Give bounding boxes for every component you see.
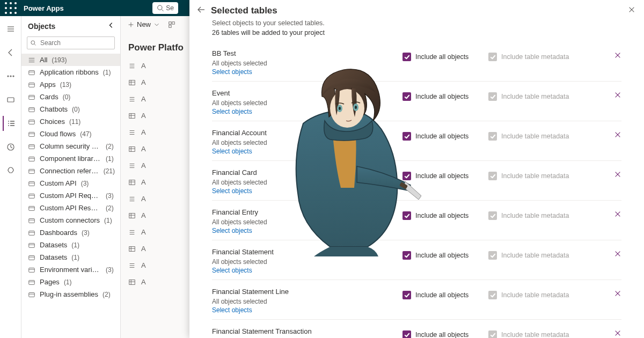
- svg-point-6: [5, 12, 7, 14]
- include-label: Include all objects: [415, 252, 469, 259]
- svg-rect-34: [29, 95, 35, 99]
- sidebar-item[interactable]: Pages(1): [21, 276, 120, 288]
- svg-rect-54: [29, 218, 35, 223]
- collapse-icon[interactable]: [107, 21, 115, 31]
- svg-rect-71: [172, 21, 174, 24]
- metadata-checkbox[interactable]: [488, 211, 497, 220]
- table-selected-text: All objects selected: [212, 258, 402, 266]
- sidebar-item[interactable]: Datasets(1): [21, 239, 120, 251]
- sidebar-item[interactable]: Connection referen...(21): [21, 165, 120, 177]
- sidebar-item[interactable]: Custom API Respons...(2): [21, 202, 120, 214]
- select-objects-link[interactable]: Select objects: [212, 267, 402, 274]
- sidebar-item[interactable]: Custom API(3): [21, 177, 120, 189]
- metadata-checkbox[interactable]: [488, 132, 497, 141]
- sidebar-item[interactable]: Choices(11): [21, 115, 120, 128]
- include-checkbox[interactable]: [402, 291, 411, 299]
- remove-icon[interactable]: [614, 210, 621, 220]
- svg-rect-64: [29, 280, 35, 284]
- toolbar-icon-2[interactable]: [168, 21, 175, 28]
- rail-history-icon[interactable]: [3, 139, 18, 155]
- header-search[interactable]: Se: [152, 2, 178, 14]
- sidebar-item-label: Connection referen...: [40, 167, 99, 175]
- remove-icon[interactable]: [614, 91, 621, 101]
- sidebar-item[interactable]: Column security prof...(2): [21, 140, 120, 152]
- svg-rect-50: [29, 194, 35, 198]
- select-objects-link[interactable]: Select objects: [212, 306, 402, 314]
- include-checkbox[interactable]: [402, 172, 411, 180]
- include-checkbox[interactable]: [402, 330, 411, 338]
- close-icon[interactable]: [628, 6, 635, 16]
- selected-tables-panel: Selected tables Select objects to your s…: [189, 0, 644, 338]
- rail-rocket-icon[interactable]: [3, 163, 18, 178]
- sidebar-item[interactable]: Cloud flows(47): [21, 128, 120, 140]
- metadata-checkbox[interactable]: [488, 251, 497, 260]
- select-objects-link[interactable]: Select objects: [212, 187, 402, 195]
- sidebar-item[interactable]: Dashboards(3): [21, 226, 120, 239]
- table-name: BB Test: [212, 49, 402, 57]
- sidebar-item-label: Cards: [40, 93, 58, 101]
- table-name: Financial Statement Transaction: [212, 327, 402, 335]
- sidebar-item[interactable]: Component libraries(1): [21, 152, 120, 165]
- select-objects-link[interactable]: Select objects: [212, 227, 402, 234]
- objects-search-input[interactable]: [27, 36, 115, 49]
- include-label: Include all objects: [415, 291, 469, 299]
- include-checkbox[interactable]: [402, 132, 411, 141]
- remove-icon[interactable]: [614, 250, 621, 260]
- metadata-checkbox[interactable]: [488, 330, 497, 338]
- include-checkbox[interactable]: [402, 251, 411, 260]
- sidebar-item[interactable]: All(193): [21, 54, 120, 66]
- sidebar-item[interactable]: Chatbots(0): [21, 103, 120, 115]
- select-objects-link[interactable]: Select objects: [212, 108, 402, 115]
- include-checkbox[interactable]: [402, 92, 411, 101]
- remove-icon[interactable]: [614, 171, 621, 180]
- metadata-checkbox[interactable]: [488, 291, 497, 299]
- metadata-label: Include table metadata: [501, 93, 569, 100]
- sidebar-item-count: (2): [103, 291, 111, 298]
- sidebar-item[interactable]: Custom connectors(1): [21, 214, 120, 226]
- include-checkbox[interactable]: [402, 53, 411, 61]
- sidebar-item[interactable]: Datasets(1): [21, 251, 120, 263]
- remove-icon[interactable]: [614, 329, 621, 338]
- remove-icon[interactable]: [614, 52, 621, 61]
- select-objects-link[interactable]: Select objects: [212, 68, 402, 76]
- remove-icon[interactable]: [614, 131, 621, 141]
- rail-hamburger-icon[interactable]: [3, 21, 18, 36]
- table-name: Financial Statement Line: [212, 288, 402, 296]
- svg-rect-42: [29, 144, 35, 149]
- sidebar-item[interactable]: Custom API Request ...(3): [21, 189, 120, 202]
- select-objects-link[interactable]: Select objects: [212, 148, 402, 155]
- metadata-checkbox[interactable]: [488, 53, 497, 61]
- back-icon[interactable]: [197, 5, 206, 16]
- svg-point-7: [10, 12, 12, 14]
- rail-card-icon[interactable]: [3, 92, 18, 107]
- sidebar-item[interactable]: Apps(13): [21, 78, 120, 91]
- objects-search[interactable]: [27, 36, 115, 49]
- sidebar-item-count: (193): [52, 56, 67, 64]
- table-row: Financial StatementAll objects selectedS…: [212, 240, 621, 280]
- sidebar-item[interactable]: Cards(0): [21, 91, 120, 103]
- sidebar-item[interactable]: Application ribbons(1): [21, 66, 120, 78]
- svg-rect-82: [129, 113, 135, 118]
- new-button[interactable]: New: [127, 20, 160, 28]
- svg-point-4: [10, 7, 12, 9]
- rail-back-icon[interactable]: [3, 45, 18, 60]
- rail-objects-icon[interactable]: [3, 116, 18, 131]
- include-checkbox[interactable]: [402, 211, 411, 220]
- sidebar-item-count: (0): [63, 93, 71, 101]
- panel-title: Selected tables: [211, 5, 277, 16]
- sidebar-item-count: (21): [104, 167, 115, 175]
- sidebar-item[interactable]: Environment variables(3): [21, 263, 120, 276]
- table-row: Financial EntryAll objects selectedSelec…: [212, 201, 621, 240]
- sidebar-item-count: (13): [60, 81, 71, 89]
- remove-icon[interactable]: [614, 290, 621, 299]
- sidebar-item-label: Datasets: [40, 253, 67, 261]
- sidebar-item-count: (11): [69, 118, 80, 126]
- waffle-icon[interactable]: [4, 2, 17, 14]
- sidebar-item[interactable]: Plug-in assemblies(2): [21, 288, 120, 300]
- table-row: BB TestAll objects selectedSelect object…: [212, 42, 621, 82]
- metadata-checkbox[interactable]: [488, 92, 497, 101]
- svg-rect-36: [29, 107, 35, 112]
- table-selected-text: All objects selected: [212, 179, 402, 186]
- metadata-checkbox[interactable]: [488, 172, 497, 180]
- rail-more-icon[interactable]: [3, 69, 18, 84]
